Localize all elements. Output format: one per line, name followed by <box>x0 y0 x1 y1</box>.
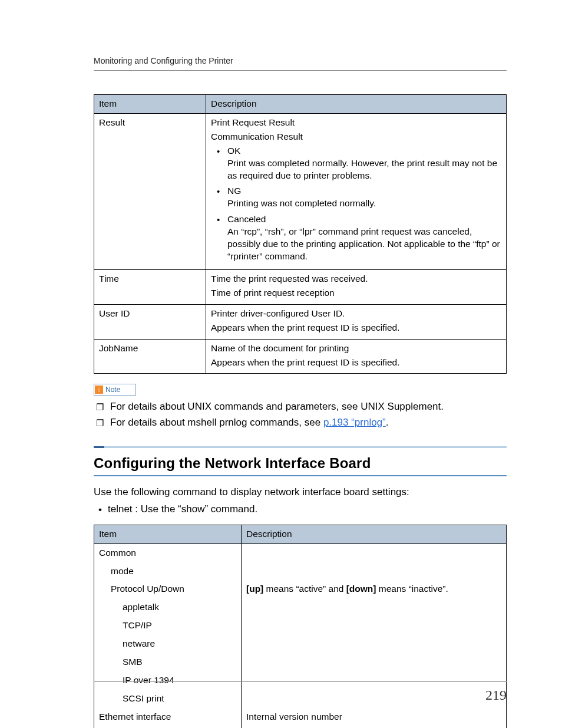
desc-text: means “active” and <box>263 584 346 594</box>
page-content: Item Description Result Print Request Re… <box>94 77 507 728</box>
desc-cell: Internal version number <box>242 708 507 726</box>
bullet-body: Printing was not completed normally. <box>227 197 501 210</box>
section-intro: Use the following command to display net… <box>94 486 507 499</box>
item-cell: Common <box>94 543 242 562</box>
desc-text: means “inactive”. <box>376 584 448 594</box>
note-item: For details about UNIX commands and para… <box>96 400 507 414</box>
table-row: mode <box>94 562 507 581</box>
table-row: SMB <box>94 653 507 671</box>
desc-cell <box>242 653 507 671</box>
section-heading: Configuring the Network Interface Board <box>94 454 507 473</box>
table-row: Time Time the print requested was receiv… <box>94 269 507 304</box>
item-cell: appletalk <box>94 598 242 617</box>
page-header: Monitoring and Configuring the Printer <box>94 55 507 71</box>
note-label: Note <box>105 385 120 394</box>
indented-item: appletalk <box>99 601 236 614</box>
list-item: Canceled An “rcp”, “rsh”, or “lpr” comma… <box>216 213 501 263</box>
bullet-title: OK <box>227 145 501 157</box>
indented-item: SMB <box>99 656 236 668</box>
item-cell: Time <box>94 269 206 304</box>
table-row: appletalk <box>94 598 507 617</box>
item-cell: SMB <box>94 653 242 671</box>
item-cell: netware <box>94 635 242 653</box>
table-row: User ID Printer driver-configured User I… <box>94 304 507 339</box>
desc-cell: Printer driver-configured User ID. Appea… <box>206 304 507 339</box>
item-cell: TCP/IP <box>94 617 242 635</box>
section-rule-bottom <box>94 475 507 476</box>
item-cell: Ethernet interface <box>94 708 242 726</box>
note-list: For details about UNIX commands and para… <box>94 400 507 430</box>
table-row: Protocol Up/Down [up] means “active” and… <box>94 580 507 598</box>
col-header-item: Item <box>94 94 206 113</box>
bullet-title: NG <box>227 185 501 197</box>
note-item: For details about mshell prnlog commands… <box>96 416 507 430</box>
note-text: For details about mshell prnlog commands… <box>110 417 323 428</box>
indented-item: mode <box>99 565 236 578</box>
down-arrow-icon: ↓ <box>95 386 103 394</box>
bullet-title: Canceled <box>227 213 501 226</box>
list-item: NG Printing was not completed normally. <box>216 185 501 210</box>
item-cell: JobName <box>94 339 206 374</box>
section-rule-top <box>94 446 507 448</box>
result-bullet-list: OK Print was completed normally. However… <box>211 145 501 263</box>
desc-cell <box>242 543 507 562</box>
item-cell: User ID <box>94 304 206 339</box>
bullet-body: Print was completed normally. However, t… <box>227 157 501 182</box>
col-header-description: Description <box>242 525 507 543</box>
table-row: TCP/IP <box>94 617 507 635</box>
table-row: Common <box>94 543 507 562</box>
desc-line: Name of the document for printing <box>211 342 501 355</box>
indented-item: TCP/IP <box>99 620 236 632</box>
item-cell: Result <box>94 113 206 269</box>
desc-cell <box>242 635 507 653</box>
desc-cell <box>242 617 507 635</box>
desc-cell: [up] means “active” and [down] means “in… <box>242 580 507 598</box>
indented-item: Protocol Up/Down <box>99 583 236 595</box>
desc-cell: Time the print requested was received. T… <box>206 269 507 304</box>
col-header-description: Description <box>206 94 507 113</box>
list-item: telnet : Use the “show” command. <box>98 503 507 516</box>
item-cell: mode <box>94 562 242 581</box>
desc-line: Printer driver-configured User ID. <box>211 308 501 320</box>
table-row: netware <box>94 635 507 653</box>
print-info-table: Item Description Result Print Request Re… <box>94 94 507 374</box>
desc-cell <box>242 562 507 581</box>
desc-line: Print Request Result <box>211 117 501 129</box>
footer-rule <box>94 681 507 682</box>
desc-cell: Name of the document for printing Appear… <box>206 339 507 374</box>
page-footer: 219 <box>0 681 562 704</box>
prnlog-link[interactable]: p.193 “prnlog” <box>323 417 386 428</box>
desc-line: Time the print requested was received. <box>211 273 501 285</box>
note-badge: ↓ Note <box>94 384 136 396</box>
table-row: Ethernet interface Internal version numb… <box>94 708 507 726</box>
col-header-item: Item <box>94 525 242 543</box>
item-cell: Protocol Up/Down <box>94 580 242 598</box>
desc-line: Time of print request reception <box>211 287 501 299</box>
desc-cell <box>242 598 507 617</box>
page-number: 219 <box>94 686 507 704</box>
bullet-body: An “rcp”, “rsh”, or “lpr” command print … <box>227 226 501 263</box>
table-row: Result Print Request Result Communicatio… <box>94 113 507 269</box>
note-text: . <box>386 417 389 428</box>
command-list: telnet : Use the “show” command. <box>94 503 507 516</box>
desc-bold: [down] <box>346 584 376 594</box>
desc-line: Communication Result <box>211 131 501 143</box>
desc-line: Appears when the print request ID is spe… <box>211 322 501 334</box>
note-text: For details about UNIX commands and para… <box>110 401 444 412</box>
running-head: Monitoring and Configuring the Printer <box>94 55 507 71</box>
table-row: JobName Name of the document for printin… <box>94 339 507 374</box>
list-item: OK Print was completed normally. However… <box>216 145 501 182</box>
desc-bold: [up] <box>246 584 263 594</box>
desc-line: Appears when the print request ID is spe… <box>211 357 501 369</box>
desc-cell: Print Request Result Communication Resul… <box>206 113 507 269</box>
indented-item: netware <box>99 638 236 650</box>
